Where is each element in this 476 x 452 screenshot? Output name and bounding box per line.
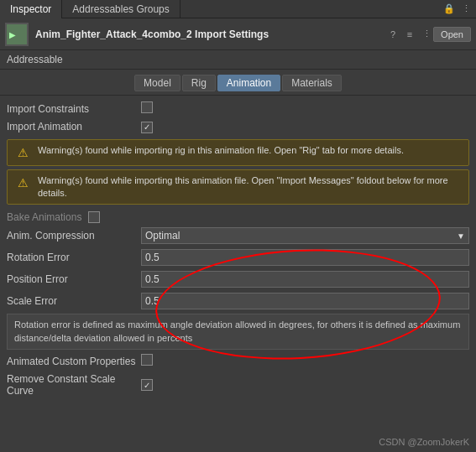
scale-error-input[interactable] <box>141 293 469 309</box>
lock-icon[interactable]: 🔒 <box>442 3 456 16</box>
sub-tab-bar: Model Rig Animation Materials <box>0 70 476 96</box>
content-area: Import Constraints Import Animation ⚠ Wa… <box>0 96 476 403</box>
import-constraints-control <box>141 101 469 116</box>
bake-animations-label: Bake Animations <box>7 211 81 223</box>
scale-error-control <box>141 293 469 309</box>
animated-custom-row: Animated Custom Properties <box>7 351 469 371</box>
main-container: Inspector Addressables Groups 🔒 ⋮ ▶ Anim… <box>0 0 476 452</box>
tab-rig[interactable]: Rig <box>182 75 216 91</box>
settings-icon[interactable]: ≡ <box>403 28 416 41</box>
more-icon[interactable]: ⋮ <box>459 3 473 16</box>
anim-compression-row: Anim. Compression Optimal ▼ <box>7 225 469 247</box>
import-animation-control <box>141 121 469 133</box>
warning-text-anim: Warning(s) found while importing this an… <box>38 174 462 200</box>
tab-addressables[interactable]: Addressables Groups <box>62 0 180 18</box>
bake-animations-checkbox[interactable] <box>88 211 100 223</box>
import-animation-row: Import Animation <box>7 118 469 136</box>
scale-error-row: Scale Error <box>7 290 469 312</box>
animated-custom-checkbox[interactable] <box>141 354 153 366</box>
import-animation-checkbox[interactable] <box>141 122 153 133</box>
tab-model[interactable]: Model <box>134 75 180 91</box>
warning-box-anim: ⚠ Warning(s) found while importing this … <box>7 169 469 205</box>
remove-constant-checkbox[interactable] <box>141 379 153 391</box>
asset-header: ▶ Anim_Fighter_Attack_4combo_2 Import Se… <box>0 18 476 50</box>
remove-constant-control <box>141 379 469 392</box>
tab-materials[interactable]: Materials <box>282 75 342 91</box>
warning-icon-anim: ⚠ <box>14 174 31 191</box>
rotation-info-box: Rotation error is defined as maximum ang… <box>7 314 469 350</box>
rotation-error-control <box>141 249 469 266</box>
import-constraints-label: Import Constraints <box>7 103 141 115</box>
asset-header-icons: ? ≡ ⋮ <box>386 28 433 41</box>
tab-animation[interactable]: Animation <box>217 75 280 91</box>
warning-box-rig: ⚠ Warning(s) found while importing rig i… <box>7 139 469 166</box>
rotation-info-text: Rotation error is defined as maximum ang… <box>14 320 460 342</box>
anim-compression-value: Optimal <box>145 230 180 242</box>
header-more-icon[interactable]: ⋮ <box>420 28 433 41</box>
asset-icon: ▶ <box>5 23 29 46</box>
tab-inspector[interactable]: Inspector <box>0 0 62 18</box>
warning-icon-rig: ⚠ <box>14 144 31 161</box>
remove-constant-row: Remove Constant Scale Curve <box>7 371 469 399</box>
bake-animations-section: Bake Animations <box>7 208 469 225</box>
rotation-error-label: Rotation Error <box>7 252 141 263</box>
watermark: CSDN @ZoomJokerK <box>379 437 469 447</box>
rotation-error-input[interactable] <box>141 249 469 266</box>
help-icon[interactable]: ? <box>386 28 400 41</box>
open-button[interactable]: Open <box>433 27 471 42</box>
animated-custom-label: Animated Custom Properties <box>7 356 141 367</box>
anim-compression-control: Optimal ▼ <box>141 227 469 244</box>
position-error-row: Position Error <box>7 268 469 290</box>
addressable-row: Addressable <box>0 50 476 70</box>
import-constraints-row: Import Constraints <box>7 99 469 118</box>
scale-error-label: Scale Error <box>7 295 141 307</box>
anim-compression-label: Anim. Compression <box>7 230 141 242</box>
position-error-label: Position Error <box>7 273 141 285</box>
addressable-label: Addressable <box>7 54 63 65</box>
anim-compression-dropdown[interactable]: Optimal ▼ <box>141 227 469 244</box>
import-animation-label: Import Animation <box>7 121 141 132</box>
top-tab-icons: 🔒 ⋮ <box>442 3 476 16</box>
dropdown-arrow-icon: ▼ <box>457 231 465 241</box>
import-constraints-checkbox[interactable] <box>141 101 153 113</box>
warning-text-rig: Warning(s) found while importing rig in … <box>38 144 404 157</box>
position-error-control <box>141 271 469 288</box>
rotation-error-row: Rotation Error <box>7 247 469 268</box>
asset-title: Anim_Fighter_Attack_4combo_2 Import Sett… <box>35 29 386 40</box>
top-tab-bar: Inspector Addressables Groups 🔒 ⋮ <box>0 0 476 18</box>
remove-constant-label: Remove Constant Scale Curve <box>7 373 141 397</box>
animated-custom-control <box>141 354 469 368</box>
position-error-input[interactable] <box>141 271 469 288</box>
svg-text:▶: ▶ <box>9 30 16 39</box>
